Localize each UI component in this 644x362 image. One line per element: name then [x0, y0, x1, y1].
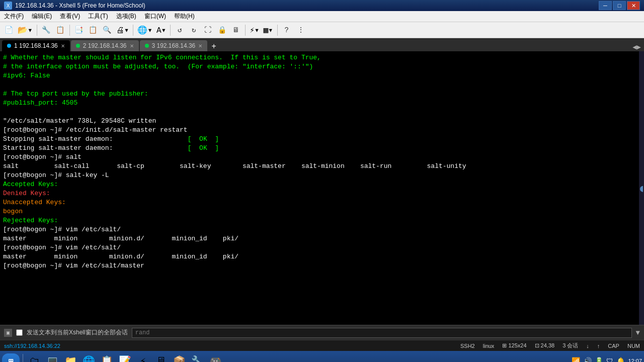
add-tab-button[interactable]: +: [208, 42, 219, 51]
terminal-size-label: ⊞ 125x24: [502, 342, 526, 349]
tabbar: 1 192.168.14.36 ✕ 2 192.168.14.36 ✕ 3 19…: [0, 38, 644, 51]
line-unaccepted: Unaccepted Keys:: [3, 198, 641, 207]
line-10: Stopping salt-master daemon: [ OK ]: [3, 135, 641, 144]
sep1: [37, 25, 37, 36]
down-arrow-icon: ↓: [586, 343, 589, 349]
line-1: # Whether the master should listen for I…: [3, 53, 641, 62]
up-arrow-icon: ↑: [597, 343, 600, 349]
taskbar: ⊞ 🗂 💻 📁 🌐 📋 📝 ⚡ 🖥 📦 🔧 🎮 📶 🔊 🔋 🛡 🔔 12:07: [0, 351, 644, 362]
line-7: [3, 108, 641, 117]
volume-tray-icon[interactable]: 🔊: [583, 357, 592, 362]
app-icon: X: [4, 2, 12, 10]
line-15: [root@bogon ~]# vim /etc/salt/: [3, 225, 641, 234]
taskbar-xshell-icon[interactable]: 💻: [44, 353, 60, 362]
tab-scroll-arrows[interactable]: ◀▶: [629, 43, 644, 51]
screen-button[interactable]: 🖥: [229, 24, 243, 37]
help-button[interactable]: ?: [280, 24, 293, 37]
menu-tools[interactable]: 工具(T): [84, 11, 112, 22]
window-controls[interactable]: ─ □ ✕: [599, 1, 640, 10]
tab-close-3[interactable]: ✕: [198, 43, 202, 49]
taskbar-explorer-icon[interactable]: 🗂: [26, 353, 42, 362]
terminal-icon: ▣: [4, 329, 12, 337]
command-input[interactable]: [132, 328, 632, 338]
tab-close-2[interactable]: ✕: [130, 43, 134, 49]
extra-button[interactable]: ⋮: [294, 24, 307, 37]
line-2: # the interface option must be adjusted,…: [3, 62, 641, 71]
titlebar: X 192.168.14.36 - Xshell 5 (Free for Hom…: [0, 0, 644, 11]
menu-window[interactable]: 窗口(W): [140, 11, 170, 22]
antivirus-tray-icon[interactable]: 🛡: [606, 357, 613, 362]
fullscreen-button[interactable]: ⛶: [201, 24, 214, 37]
open-dropdown[interactable]: 📂▾: [16, 24, 34, 37]
ssh-connection-info: ssh://192.168.14.36:22: [4, 343, 60, 349]
line-17: [root@bogon ~]# vim /etc/salt/: [3, 243, 641, 252]
taskbar-game-icon[interactable]: 🎮: [207, 353, 223, 362]
tab-close-1[interactable]: ✕: [61, 43, 65, 49]
sep6: [277, 25, 278, 36]
copy-button[interactable]: 📑: [72, 24, 86, 37]
menu-view[interactable]: 查看(V): [56, 11, 84, 22]
system-clock[interactable]: 12:07: [628, 357, 642, 362]
taskbar-right: 📶 🔊 🔋 🛡 🔔 12:07: [572, 357, 642, 362]
window-title: 192.168.14.36 - Xshell 5 (Free for Home/…: [15, 2, 145, 9]
print-dropdown[interactable]: 🖨▾: [115, 24, 131, 37]
refresh-button[interactable]: ↺: [173, 24, 186, 37]
taskbar-redis-icon[interactable]: ⚡: [135, 353, 151, 362]
bottom-input-bar: ▣ 发送文本到当前Xshell窗口的全部会话 ▼: [0, 325, 644, 340]
unknown-btn1[interactable]: 📋: [54, 24, 67, 37]
close-button[interactable]: ✕: [627, 1, 640, 10]
os-label: linux: [483, 343, 495, 349]
layout-dropdown[interactable]: ▦▾: [262, 24, 274, 37]
sep5: [245, 25, 246, 36]
tab-2[interactable]: 2 192.168.14.36 ✕: [71, 40, 139, 51]
input-arrows[interactable]: ▼: [636, 329, 640, 337]
minimize-button[interactable]: ─: [599, 1, 612, 10]
taskbar-settings-icon[interactable]: 🔧: [189, 353, 205, 362]
start-icon: ⊞: [8, 357, 14, 363]
broadcast-checkbox[interactable]: [16, 329, 23, 336]
tab-1[interactable]: 1 192.168.14.36 ✕: [2, 40, 70, 51]
toolbar: 📄 📂▾ 🔧 📋 📑 📋 🔍 🖨▾ 🌐▾ A▾ ↺ ↻ ⛶ 🔒 🖥 ⚡▾ ▦▾ …: [0, 22, 644, 38]
line-3: #ipv6: False: [3, 71, 641, 80]
taskbar-word-icon[interactable]: 📝: [117, 353, 133, 362]
menu-options[interactable]: 选项(B): [112, 11, 140, 22]
tab-3[interactable]: 3 192.168.14.36 ✕: [140, 40, 208, 51]
sessions-label: 3 会话: [562, 342, 578, 349]
paste-button[interactable]: 📋: [87, 24, 100, 37]
battery-tray-icon[interactable]: 🔋: [595, 357, 603, 362]
notification-tray-icon[interactable]: 🔔: [616, 357, 625, 362]
stop-button[interactable]: ↻: [187, 24, 200, 37]
maximize-button[interactable]: □: [613, 1, 626, 10]
taskbar-archive-icon[interactable]: 📦: [171, 353, 187, 362]
tab-label-3: 3 192.168.14.36: [152, 42, 196, 49]
network-dropdown[interactable]: 🌐▾: [136, 24, 154, 37]
menubar: 文件(F) 编辑(E) 查看(V) 工具(T) 选项(B) 窗口(W) 帮助(H…: [0, 11, 644, 22]
menu-edit[interactable]: 编辑(E): [28, 11, 56, 22]
font-dropdown[interactable]: A▾: [155, 24, 168, 37]
taskbar-notepad-icon[interactable]: 📋: [99, 353, 115, 362]
taskbar-xftp-icon[interactable]: 🖥: [153, 353, 169, 362]
find-button[interactable]: 🔍: [101, 24, 114, 37]
menu-file[interactable]: 文件(F): [0, 11, 28, 22]
taskbar-chrome-icon[interactable]: 🌐: [80, 353, 97, 362]
network-tray-icon[interactable]: 📶: [572, 357, 580, 362]
properties-button[interactable]: 🔧: [40, 24, 53, 37]
line-12: [root@bogon ~]# salt: [3, 153, 641, 162]
sep3: [133, 25, 133, 36]
session-dropdown[interactable]: ⚡▾: [248, 24, 261, 37]
taskbar-folder-icon[interactable]: 📁: [62, 353, 78, 362]
line-14: [root@bogon ~]# salt-key -L: [3, 171, 641, 180]
terminal[interactable]: # Whether the master should listen for I…: [0, 51, 644, 325]
new-button[interactable]: 📄: [2, 24, 15, 37]
line-13: salt salt-call salt-cp salt-key salt-mas…: [3, 162, 641, 171]
line-4: [3, 80, 641, 89]
cursor-pos-label: ⊡ 24,38: [535, 342, 555, 349]
tab-label-2: 2 192.168.14.36: [83, 42, 127, 49]
menu-help[interactable]: 帮助(H): [170, 11, 199, 22]
line-18: master minion minion.d/ minion_id pki/: [3, 252, 641, 261]
line-9: [root@bogon ~]# /etc/init.d/salt-master …: [3, 126, 641, 135]
start-button[interactable]: ⊞: [2, 353, 20, 362]
tab-label-1: 1 192.168.14.36: [14, 42, 58, 49]
lock-button[interactable]: 🔒: [215, 24, 228, 37]
line-5: # The tcp port used by the publisher:: [3, 89, 641, 99]
